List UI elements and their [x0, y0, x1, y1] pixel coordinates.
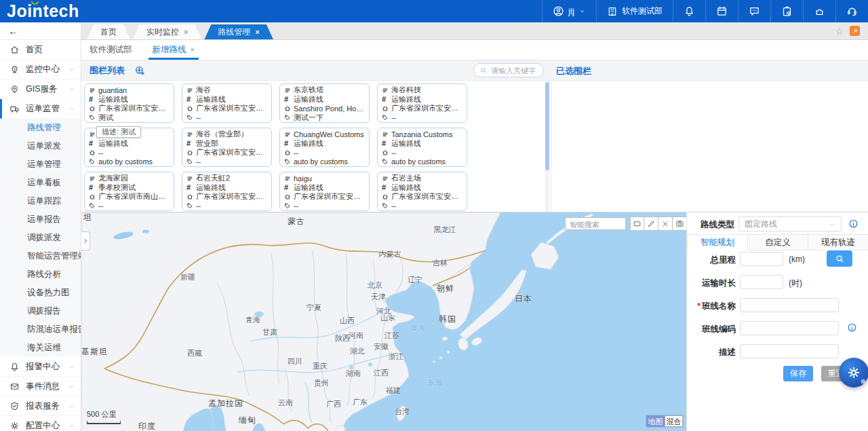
fence-list-scrollbar[interactable] — [545, 81, 549, 212]
subtab-new-route[interactable]: 新增路线× — [153, 40, 195, 60]
notifications-button[interactable] — [673, 0, 705, 22]
draw-rectangle-tool[interactable] — [630, 217, 644, 231]
sidebar-item-home[interactable]: 首页 — [0, 40, 81, 60]
fence-card[interactable]: 东京铁塔 #运输路线 Sanshiro Pond, Hongo-dori av.… — [279, 83, 370, 123]
route-type-label: 路线类型 — [701, 219, 734, 231]
support-button[interactable] — [835, 0, 868, 22]
user-menu[interactable]: jtj — [542, 0, 596, 22]
tag-icon — [186, 114, 193, 121]
fence-address: -- — [391, 149, 396, 157]
bell-icon — [684, 5, 695, 17]
sidebar-item-waybill[interactable]: 运单监管 — [0, 99, 81, 119]
draw-brush-tool[interactable] — [644, 217, 658, 231]
sidebar-item-config[interactable]: 配置中心 — [0, 416, 81, 431]
chevron-down-icon — [68, 363, 75, 371]
fence-name: 龙海家园 — [98, 174, 128, 183]
messages-button[interactable] — [738, 0, 770, 22]
fence-header: 围栏列表 已选围栏 — [81, 60, 868, 81]
add-fence-icon[interactable] — [134, 65, 145, 76]
address-home-icon — [89, 105, 96, 112]
address-home-icon — [186, 149, 193, 156]
mileage-search-button[interactable] — [827, 250, 852, 267]
line-code-input[interactable] — [740, 321, 839, 335]
layer-map-button[interactable]: 地图 — [646, 415, 665, 427]
tab-smart-planning[interactable]: 智能规划 — [687, 234, 748, 250]
fence-card[interactable]: 海谷 #运输路线 广东省深圳市宝安区建兴路海... -- — [182, 83, 272, 123]
line-code-info-icon[interactable] — [847, 322, 857, 333]
sidebar-subitem[interactable]: 防混油运单报告 — [0, 320, 81, 339]
map-search-input[interactable] — [566, 219, 620, 230]
window-tab-realtime[interactable]: 实时监控× — [133, 24, 201, 39]
sidebar-subitem[interactable]: 设备热力图 — [0, 284, 81, 302]
total-mileage-input[interactable] — [740, 252, 783, 266]
fence-card[interactable]: 龙海家园 #季孝校测试 广东省深圳市南山区桂湾三路... -- — [84, 172, 174, 211]
sidebar-subitem[interactable]: 调拨派发 — [0, 229, 81, 247]
tag-icon — [186, 158, 193, 165]
window-tab-home[interactable]: 首页 — [87, 24, 130, 39]
collapse-sidebar-button[interactable]: ← — [0, 22, 81, 40]
tasks-button[interactable] — [770, 0, 803, 22]
calendar-button[interactable] — [705, 0, 738, 22]
sidebar-subitem[interactable]: 海关运维 — [0, 339, 81, 357]
mileage-unit: (km) — [789, 255, 805, 264]
tab-custom[interactable]: 自定义 — [748, 234, 808, 250]
address-home-icon — [89, 193, 96, 200]
address-home-icon — [284, 105, 291, 112]
type-hash-icon: # — [382, 139, 389, 147]
sidebar-subitem[interactable]: 路线管理 — [0, 119, 81, 137]
fence-card[interactable]: 海谷（营业部） #营业部 广东省深圳市宝安区建兴路海... -- — [182, 128, 272, 167]
fence-card[interactable]: 石岩主场 #运输路线 广东省深圳市宝安区宝石南路9... -- — [377, 172, 467, 211]
desc-input[interactable] — [740, 344, 839, 358]
sidebar-subitem[interactable]: 运单派发 — [0, 137, 81, 155]
sidebar-submenu: 路线管理运单派发运单管理运单看板运单跟踪运单报告调拨派发智能运营管理站路线分析设… — [0, 119, 81, 357]
sidebar-subitem[interactable]: 运单跟踪 — [0, 192, 81, 210]
favorite-star-icon[interactable]: ☆ — [835, 26, 844, 36]
sidebar-subitem[interactable]: 运单看板 — [0, 174, 81, 192]
snapshot-tool[interactable] — [673, 217, 686, 231]
tag-icon — [89, 114, 96, 121]
sidebar-subitem[interactable]: 运单报告 — [0, 210, 81, 229]
fence-type: 运输路线 — [391, 139, 421, 149]
fence-card[interactable]: ChuangWei Customs #运输路线 -- auto by custo… — [279, 128, 370, 167]
tab-existing-track[interactable]: 现有轨迹 — [808, 234, 868, 250]
apps-button[interactable] — [803, 0, 835, 22]
fence-name: 海谷科技 — [391, 86, 421, 95]
tag-icon — [382, 158, 389, 165]
fence-card[interactable]: 海谷科技 #运输路线 广东省深圳市宝安区建兴路海... -- — [377, 83, 467, 123]
envelope-icon — [9, 381, 20, 392]
layer-hybrid-button[interactable]: 混合 — [665, 415, 683, 427]
fence-type: 运输路线 — [294, 95, 323, 105]
sidebar-item-gis[interactable]: GIS服务 — [0, 79, 81, 99]
close-icon[interactable]: × — [184, 24, 188, 39]
subtab-department[interactable]: 软件测试部 — [90, 40, 132, 60]
sidebar-subitem[interactable]: 运单管理 — [0, 155, 81, 174]
close-icon[interactable]: × — [191, 40, 195, 60]
fence-search-input[interactable] — [491, 67, 538, 75]
save-button[interactable]: 保存 — [783, 366, 813, 381]
duration-input[interactable] — [740, 275, 783, 289]
map-canvas[interactable]: 蒙古朝鲜韩国日本孟加拉国缅甸印度基斯坦坦黑龙江内蒙古吉林辽宁北京天津河北山西山东… — [81, 212, 686, 431]
org-selector[interactable]: 软件测试部 — [596, 0, 673, 22]
sidebar-item-reports[interactable]: 报表服务 — [0, 396, 81, 416]
sidebar-subitem[interactable]: 智能运营管理站 — [0, 247, 81, 265]
fullscreen-exit-icon[interactable] — [850, 26, 860, 36]
sidebar-item-alarm[interactable]: 报警中心 — [0, 357, 81, 377]
fence-card[interactable]: guantian #运输路线 广东省深圳市宝安区北环路18... 测试 — [84, 83, 174, 123]
sidebar-item-monitoring[interactable]: 监控中心 — [0, 60, 81, 79]
fence-card[interactable]: haigu #运输路线 广东省深圳市宝安区建兴路16... -- — [279, 172, 370, 211]
panel-expander[interactable] — [81, 231, 90, 250]
route-type-info-icon[interactable] — [848, 219, 859, 229]
type-hash-icon: # — [89, 183, 96, 191]
window-tab-routes[interactable]: 路线管理× — [204, 24, 273, 39]
route-type-select[interactable]: 固定路线 — [738, 217, 842, 231]
line-name-input[interactable] — [740, 298, 839, 312]
close-icon[interactable]: × — [255, 24, 259, 39]
fence-card[interactable]: Tanzania Customs #运输路线 -- auto by custom… — [377, 128, 467, 167]
sidebar-item-events[interactable]: 事件消息 — [0, 377, 81, 396]
sidebar-subitem[interactable]: 调拨报告 — [0, 302, 81, 320]
fence-card[interactable]: 石岩天虹2 #运输路线 广东省深圳市宝安区纷雅街23... -- — [182, 172, 272, 211]
address-home-icon — [382, 149, 389, 156]
sidebar-subitem[interactable]: 路线分析 — [0, 265, 81, 284]
clear-tool[interactable] — [658, 217, 673, 231]
settings-fab-button[interactable] — [839, 358, 868, 388]
